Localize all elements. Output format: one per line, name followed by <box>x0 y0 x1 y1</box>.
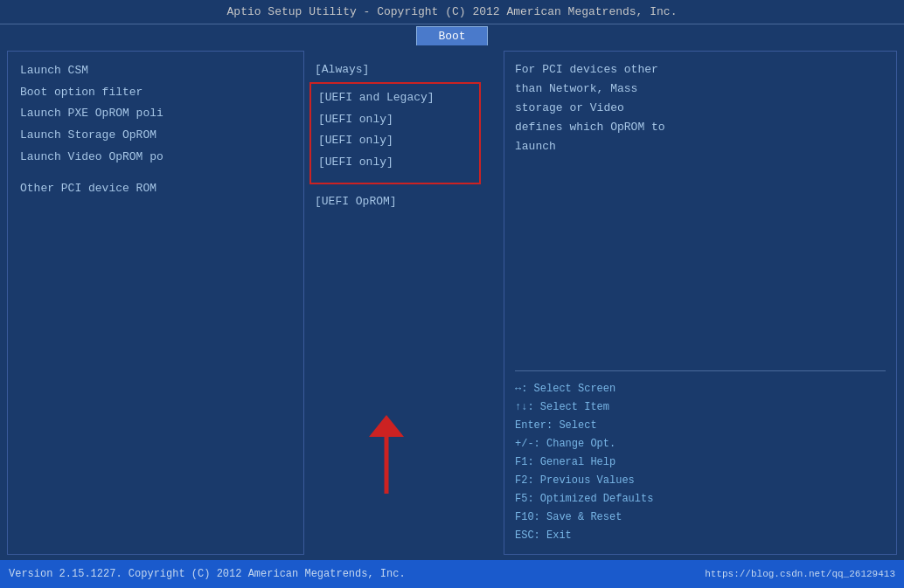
top-header: Aptio Setup Utility - Copyright (C) 2012… <box>0 0 904 24</box>
value-uefi-oprom: [UEFI OpROM] <box>315 191 493 213</box>
menu-item-boot-option-filter[interactable]: Boot option filter <box>20 82 291 104</box>
menu-item-launch-pxe[interactable]: Launch PXE OpROM poli <box>20 103 291 125</box>
main-content: Launch CSM Boot option filter Launch PXE… <box>0 45 904 560</box>
menu-item-other-pci[interactable]: Other PCI device ROM <box>20 178 291 200</box>
key-help-section: ↔: Select Screen ↑↓: Select Item Enter: … <box>515 380 886 545</box>
left-panel: Launch CSM Boot option filter Launch PXE… <box>7 51 304 555</box>
highlight-uefi-only-3[interactable]: [UEFI only] <box>318 152 472 174</box>
tab-bar: Boot <box>0 24 904 45</box>
menu-item-launch-storage[interactable]: Launch Storage OpROM <box>20 125 291 147</box>
key-f5-defaults: F5: Optimized Defaults <box>515 490 886 508</box>
highlight-box: [UEFI and Legacy] [UEFI only] [UEFI only… <box>309 82 481 184</box>
bottom-footer: Version 2.15.1227. Copyright (C) 2012 Am… <box>0 560 904 588</box>
value-always: [Always] <box>315 59 493 81</box>
boot-tab[interactable]: Boot <box>416 26 487 45</box>
highlight-uefi-legacy[interactable]: [UEFI and Legacy] <box>318 87 472 109</box>
menu-item-launch-video[interactable]: Launch Video OpROM po <box>20 147 291 169</box>
header-title: Aptio Setup Utility - Copyright (C) 2012… <box>227 5 678 18</box>
footer-version: Version 2.15.1227. Copyright (C) 2012 Am… <box>9 568 406 580</box>
arrow-indicator <box>360 415 413 507</box>
svg-marker-1 <box>369 415 404 437</box>
key-esc-exit: ESC: Exit <box>515 527 886 545</box>
menu-item-launch-csm[interactable]: Launch CSM <box>20 60 291 82</box>
help-text: For PCI devices other than Network, Mass… <box>515 60 886 362</box>
key-select-screen: ↔: Select Screen <box>515 380 886 398</box>
key-change-opt: +/-: Change Opt. <box>515 435 886 453</box>
key-f10-save: F10: Save & Reset <box>515 508 886 527</box>
highlight-uefi-only-1[interactable]: [UEFI only] <box>318 109 472 131</box>
key-f1-help: F1: General Help <box>515 453 886 472</box>
key-enter-select: Enter: Select <box>515 417 886 435</box>
footer-url: https://blog.csdn.net/qq_26129413 <box>705 569 895 579</box>
key-select-item: ↑↓: Select Item <box>515 398 886 417</box>
key-f2-previous: F2: Previous Values <box>515 472 886 490</box>
divider <box>515 370 886 371</box>
right-panel: For PCI devices other than Network, Mass… <box>504 51 897 555</box>
middle-panel: [Always] [UEFI and Legacy] [UEFI only] [… <box>308 51 500 555</box>
highlight-uefi-only-2[interactable]: [UEFI only] <box>318 130 472 152</box>
bios-screen: Aptio Setup Utility - Copyright (C) 2012… <box>0 0 904 588</box>
